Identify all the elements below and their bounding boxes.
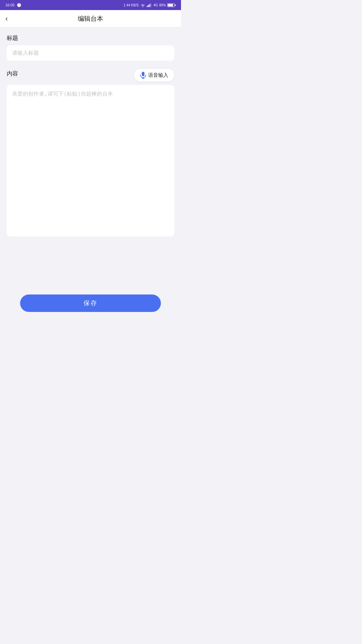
back-button[interactable]: ‹ (5, 15, 8, 22)
microphone-icon (140, 71, 146, 79)
wifi-icon (140, 3, 145, 7)
time-display: 16:05 (5, 3, 15, 7)
title-input-wrap (7, 45, 174, 61)
content-textarea[interactable] (12, 90, 169, 230)
voice-input-label: 语音输入 (148, 72, 168, 78)
speed-display: 1.44 KB/S (124, 3, 139, 7)
battery-percent: 80% (159, 3, 166, 7)
status-right: 1.44 KB/S 4G 80% (124, 3, 176, 7)
signal-icon (147, 3, 152, 7)
content-textarea-wrap (7, 85, 174, 236)
network-type: 4G (154, 3, 158, 7)
content-header: 内容 语音输入 (7, 69, 174, 82)
save-button[interactable]: 保存 (20, 294, 161, 312)
title-input[interactable] (12, 50, 169, 56)
page-title: 编辑台本 (78, 14, 103, 23)
svg-rect-0 (147, 6, 147, 7)
nav-bar: ‹ 编辑台本 (0, 10, 181, 28)
battery-icon (167, 3, 176, 7)
save-button-wrap: 保存 (20, 294, 161, 312)
svg-rect-2 (149, 4, 150, 7)
svg-rect-1 (148, 5, 148, 7)
title-label: 标题 (7, 34, 174, 42)
content-label: 内容 (7, 70, 18, 77)
svg-rect-3 (150, 3, 151, 7)
svg-rect-4 (142, 72, 144, 76)
voice-input-button[interactable]: 语音输入 (134, 69, 174, 82)
alarm-icon: 🕐 (17, 3, 21, 7)
status-left: 16:05 🕐 (5, 3, 21, 7)
status-bar: 16:05 🕐 1.44 KB/S 4G 80% (0, 0, 181, 10)
main-content: 标题 内容 语音输入 (0, 28, 181, 322)
